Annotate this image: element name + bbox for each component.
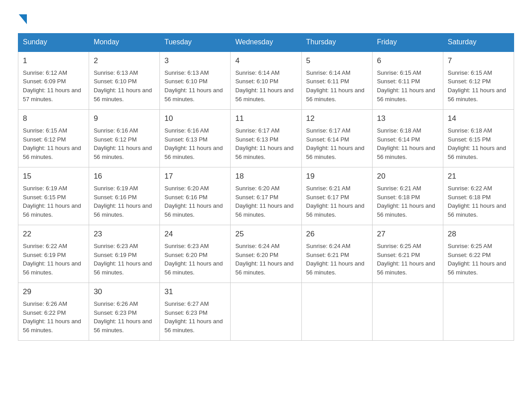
day-number: 14: [448, 113, 509, 124]
day-number: 26: [306, 229, 368, 240]
day-info: Sunrise: 6:19 AMSunset: 6:16 PMDaylight:…: [94, 185, 152, 218]
calendar-cell: 21Sunrise: 6:22 AMSunset: 6:18 PMDayligh…: [443, 167, 514, 225]
calendar-cell: 15Sunrise: 6:19 AMSunset: 6:15 PMDayligh…: [18, 167, 89, 225]
day-number: 9: [94, 113, 155, 124]
calendar-cell: 14Sunrise: 6:18 AMSunset: 6:15 PMDayligh…: [443, 110, 514, 167]
day-number: 4: [235, 56, 296, 67]
calendar-week-4: 22Sunrise: 6:22 AMSunset: 6:19 PMDayligh…: [18, 225, 514, 283]
calendar-cell: 19Sunrise: 6:21 AMSunset: 6:17 PMDayligh…: [301, 167, 372, 225]
day-number: 25: [235, 229, 296, 240]
logo: [18, 13, 27, 24]
calendar-cell: 16Sunrise: 6:19 AMSunset: 6:16 PMDayligh…: [89, 167, 160, 225]
page-header: [18, 13, 514, 24]
day-number: 12: [306, 113, 368, 124]
day-number: 6: [377, 56, 438, 67]
day-number: 27: [377, 229, 438, 240]
calendar-table: SundayMondayTuesdayWednesdayThursdayFrid…: [18, 33, 514, 341]
day-info: Sunrise: 6:17 AMSunset: 6:14 PMDaylight:…: [306, 127, 365, 161]
day-number: 17: [164, 171, 226, 182]
day-info: Sunrise: 6:27 AMSunset: 6:23 PMDaylight:…: [164, 300, 223, 334]
calendar-cell: 4Sunrise: 6:14 AMSunset: 6:10 PMDaylight…: [231, 51, 301, 110]
calendar-week-2: 8Sunrise: 6:15 AMSunset: 6:12 PMDaylight…: [18, 110, 514, 167]
day-info: Sunrise: 6:24 AMSunset: 6:20 PMDaylight:…: [235, 243, 293, 276]
day-info: Sunrise: 6:25 AMSunset: 6:21 PMDaylight:…: [377, 243, 435, 276]
calendar-cell: 25Sunrise: 6:24 AMSunset: 6:20 PMDayligh…: [231, 225, 301, 283]
day-info: Sunrise: 6:15 AMSunset: 6:12 PMDaylight:…: [23, 127, 81, 161]
day-info: Sunrise: 6:24 AMSunset: 6:21 PMDaylight:…: [306, 243, 365, 276]
calendar-cell: [443, 283, 514, 341]
day-number: 23: [94, 229, 155, 240]
calendar-cell: 22Sunrise: 6:22 AMSunset: 6:19 PMDayligh…: [18, 225, 89, 283]
calendar-week-1: 1Sunrise: 6:12 AMSunset: 6:09 PMDaylight…: [18, 51, 514, 110]
day-info: Sunrise: 6:25 AMSunset: 6:22 PMDaylight:…: [448, 243, 506, 276]
day-info: Sunrise: 6:16 AMSunset: 6:13 PMDaylight:…: [164, 127, 223, 161]
day-info: Sunrise: 6:17 AMSunset: 6:13 PMDaylight:…: [235, 127, 293, 161]
day-info: Sunrise: 6:21 AMSunset: 6:17 PMDaylight:…: [306, 185, 365, 218]
day-info: Sunrise: 6:19 AMSunset: 6:15 PMDaylight:…: [23, 185, 81, 218]
day-number: 22: [23, 229, 84, 240]
calendar-cell: 5Sunrise: 6:14 AMSunset: 6:11 PMDaylight…: [301, 51, 372, 110]
day-number: 20: [377, 171, 438, 182]
calendar-cell: 29Sunrise: 6:26 AMSunset: 6:22 PMDayligh…: [18, 283, 89, 341]
calendar-week-3: 15Sunrise: 6:19 AMSunset: 6:15 PMDayligh…: [18, 167, 514, 225]
day-info: Sunrise: 6:15 AMSunset: 6:12 PMDaylight:…: [448, 69, 506, 103]
calendar-cell: 11Sunrise: 6:17 AMSunset: 6:13 PMDayligh…: [231, 110, 301, 167]
day-number: 7: [448, 56, 509, 67]
day-info: Sunrise: 6:22 AMSunset: 6:19 PMDaylight:…: [23, 243, 81, 276]
day-number: 15: [23, 171, 84, 182]
day-info: Sunrise: 6:18 AMSunset: 6:15 PMDaylight:…: [448, 127, 506, 161]
calendar-header-row: SundayMondayTuesdayWednesdayThursdayFrid…: [18, 34, 514, 51]
day-number: 2: [94, 56, 155, 67]
day-info: Sunrise: 6:13 AMSunset: 6:10 PMDaylight:…: [164, 69, 223, 103]
header-cell-thursday: Thursday: [301, 34, 372, 51]
calendar-cell: [231, 283, 301, 341]
day-number: 19: [306, 171, 368, 182]
header-cell-monday: Monday: [89, 34, 160, 51]
header-cell-wednesday: Wednesday: [231, 34, 301, 51]
day-info: Sunrise: 6:21 AMSunset: 6:18 PMDaylight:…: [377, 185, 435, 218]
day-number: 29: [23, 287, 84, 298]
calendar-cell: 10Sunrise: 6:16 AMSunset: 6:13 PMDayligh…: [160, 110, 231, 167]
calendar-cell: 17Sunrise: 6:20 AMSunset: 6:16 PMDayligh…: [160, 167, 231, 225]
calendar-cell: 24Sunrise: 6:23 AMSunset: 6:20 PMDayligh…: [160, 225, 231, 283]
calendar-cell: 18Sunrise: 6:20 AMSunset: 6:17 PMDayligh…: [231, 167, 301, 225]
calendar-cell: 30Sunrise: 6:26 AMSunset: 6:23 PMDayligh…: [89, 283, 160, 341]
day-info: Sunrise: 6:23 AMSunset: 6:20 PMDaylight:…: [164, 243, 223, 276]
day-info: Sunrise: 6:15 AMSunset: 6:11 PMDaylight:…: [377, 69, 435, 103]
day-number: 1: [23, 56, 84, 67]
calendar-cell: 28Sunrise: 6:25 AMSunset: 6:22 PMDayligh…: [443, 225, 514, 283]
logo-arrow-icon: [19, 14, 27, 24]
calendar-cell: 31Sunrise: 6:27 AMSunset: 6:23 PMDayligh…: [160, 283, 231, 341]
calendar-cell: 27Sunrise: 6:25 AMSunset: 6:21 PMDayligh…: [372, 225, 443, 283]
day-number: 3: [164, 56, 226, 67]
day-number: 5: [306, 56, 368, 67]
day-info: Sunrise: 6:12 AMSunset: 6:09 PMDaylight:…: [23, 69, 81, 103]
day-number: 24: [164, 229, 226, 240]
day-info: Sunrise: 6:23 AMSunset: 6:19 PMDaylight:…: [94, 243, 152, 276]
calendar-cell: 20Sunrise: 6:21 AMSunset: 6:18 PMDayligh…: [372, 167, 443, 225]
day-number: 8: [23, 113, 84, 124]
calendar-cell: 2Sunrise: 6:13 AMSunset: 6:10 PMDaylight…: [89, 51, 160, 110]
calendar-cell: 3Sunrise: 6:13 AMSunset: 6:10 PMDaylight…: [160, 51, 231, 110]
day-info: Sunrise: 6:16 AMSunset: 6:12 PMDaylight:…: [94, 127, 152, 161]
day-number: 16: [94, 171, 155, 182]
day-info: Sunrise: 6:18 AMSunset: 6:14 PMDaylight:…: [377, 127, 435, 161]
calendar-week-5: 29Sunrise: 6:26 AMSunset: 6:22 PMDayligh…: [18, 283, 514, 341]
day-number: 30: [94, 287, 155, 298]
day-info: Sunrise: 6:20 AMSunset: 6:17 PMDaylight:…: [235, 185, 293, 218]
calendar-cell: [301, 283, 372, 341]
header-cell-friday: Friday: [372, 34, 443, 51]
calendar-cell: 12Sunrise: 6:17 AMSunset: 6:14 PMDayligh…: [301, 110, 372, 167]
svg-marker-0: [19, 14, 27, 24]
header-cell-tuesday: Tuesday: [160, 34, 231, 51]
day-info: Sunrise: 6:14 AMSunset: 6:10 PMDaylight:…: [235, 69, 293, 103]
header-cell-saturday: Saturday: [443, 34, 514, 51]
day-number: 18: [235, 171, 296, 182]
calendar-cell: 9Sunrise: 6:16 AMSunset: 6:12 PMDaylight…: [89, 110, 160, 167]
calendar-cell: 1Sunrise: 6:12 AMSunset: 6:09 PMDaylight…: [18, 51, 89, 110]
calendar-body: 1Sunrise: 6:12 AMSunset: 6:09 PMDaylight…: [18, 51, 514, 341]
day-number: 21: [448, 171, 509, 182]
day-info: Sunrise: 6:13 AMSunset: 6:10 PMDaylight:…: [94, 69, 152, 103]
day-info: Sunrise: 6:20 AMSunset: 6:16 PMDaylight:…: [164, 185, 223, 218]
day-info: Sunrise: 6:22 AMSunset: 6:18 PMDaylight:…: [448, 185, 506, 218]
